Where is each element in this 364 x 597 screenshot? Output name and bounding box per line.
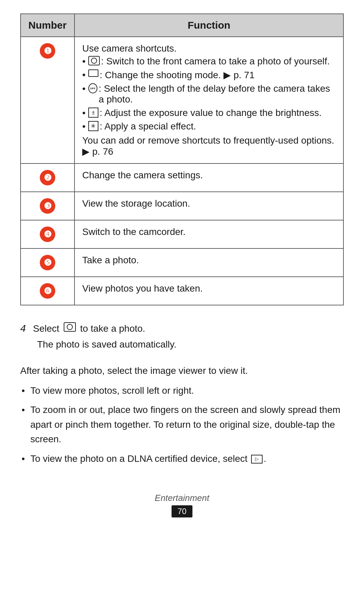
table-row: ❷ Change the camera settings. <box>21 163 343 192</box>
bullet-text-4: : Adjust the exposure value to change th… <box>100 108 322 118</box>
after-intro: After taking a photo, select the image v… <box>20 364 344 378</box>
table-row: ❶ Use camera shortcuts. • : Switch to th… <box>21 37 343 163</box>
list-item: To view the photo on a DLNA certified de… <box>20 451 344 466</box>
bullet-text-2: : Change the shooting mode. ▶ p. 71 <box>100 69 254 81</box>
row6-number: ❻ <box>21 277 74 305</box>
row1-outro: You can add or remove shortcuts to frequ… <box>82 135 334 157</box>
badge-6: ❻ <box>40 283 55 299</box>
dlna-icon <box>251 455 263 464</box>
row1-bullet-list: • : Switch to the front camera to take a… <box>82 56 336 132</box>
effect-icon <box>88 121 98 131</box>
table-row: ❸ View the storage location. <box>21 192 343 220</box>
badge-2: ❷ <box>40 170 55 185</box>
row5-function: Take a photo. <box>74 248 343 277</box>
step4-subtext: The photo is saved automatically. <box>20 337 344 352</box>
bullet-dot: • <box>82 108 86 118</box>
exposure-icon <box>88 108 98 118</box>
row4-number: ❹ <box>21 220 74 248</box>
step4-text-after: to take a photo. <box>80 323 145 334</box>
row6-function: View photos you have taken. <box>74 277 343 305</box>
badge-1: ❶ <box>40 43 55 59</box>
row2-number: ❷ <box>21 163 74 192</box>
reference-table: Number Function ❶ Use camera shortcuts. … <box>20 13 344 305</box>
row2-function: Change the camera settings. <box>74 163 343 192</box>
footer-label: Entertainment <box>20 493 344 503</box>
row1-number: ❶ <box>21 37 74 163</box>
list-item: • : Switch to the front camera to take a… <box>82 56 336 67</box>
camera-front-icon <box>88 56 100 65</box>
table-row: ❹ Switch to the camcorder. <box>21 220 343 248</box>
badge-4: ❹ <box>40 227 55 242</box>
badge-3: ❸ <box>40 198 55 214</box>
bullet-dot: • <box>82 121 86 132</box>
table-row: ❻ View photos you have taken. <box>21 277 343 305</box>
step4-line: 4 Select to take a photo. <box>20 322 344 334</box>
footer-page: 70 <box>172 505 193 517</box>
footer: Entertainment 70 <box>20 493 344 517</box>
row4-function: Switch to the camcorder. <box>74 220 343 248</box>
table-header-number: Number <box>21 14 74 37</box>
list-item: • : Apply a special effect. <box>82 121 336 132</box>
list-item: To zoom in or out, place two fingers on … <box>20 402 344 446</box>
step4-number: 4 <box>20 323 30 334</box>
camera-inline-icon <box>64 322 76 332</box>
step4-text-before: Select <box>33 323 59 334</box>
step4-section: 4 Select to take a photo. The photo is s… <box>20 322 344 352</box>
bullet-text-3: : Select the length of the delay before … <box>99 83 336 105</box>
list-item: • : Select the length of the delay befor… <box>82 83 336 105</box>
list-item: To view more photos, scroll left or righ… <box>20 383 344 398</box>
list-item: • : Adjust the exposure value to change … <box>82 108 336 118</box>
badge-5: ❺ <box>40 255 55 270</box>
bullet-dot: • <box>82 69 86 80</box>
bullet-dot: • <box>82 56 86 67</box>
after-bullets: To view more photos, scroll left or righ… <box>20 383 344 466</box>
bullet-dot: • <box>82 83 86 94</box>
table-row: ❺ Take a photo. <box>21 248 343 277</box>
timer-icon <box>88 83 97 93</box>
row1-function: Use camera shortcuts. • : Switch to the … <box>74 37 343 163</box>
after-section: After taking a photo, select the image v… <box>20 364 344 466</box>
table-header-function: Function <box>74 14 343 37</box>
row5-number: ❺ <box>21 248 74 277</box>
bullet-text-1: : Switch to the front camera to take a p… <box>101 56 330 67</box>
row3-function: View the storage location. <box>74 192 343 220</box>
row3-number: ❸ <box>21 192 74 220</box>
square-icon <box>88 69 98 77</box>
list-item: • : Change the shooting mode. ▶ p. 71 <box>82 69 336 81</box>
bullet-text-5: : Apply a special effect. <box>100 121 196 132</box>
row1-intro: Use camera shortcuts. <box>82 43 177 54</box>
dlna-text: To view the photo on a DLNA certified de… <box>30 453 247 464</box>
